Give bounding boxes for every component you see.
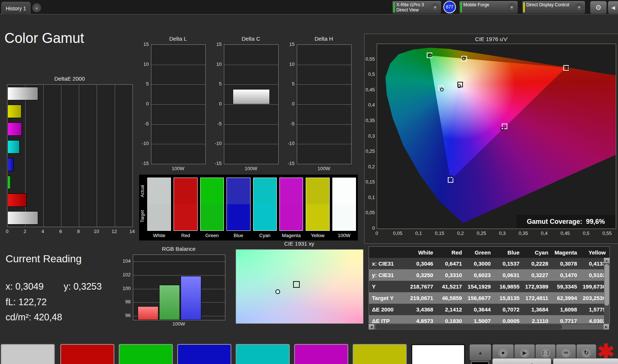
cyan-measured-marker [440,88,444,91]
x-tick-label: 0,15 [435,230,444,236]
delta-l-plot-area [151,44,206,164]
actual-swatch [306,178,329,204]
back-button[interactable]: « Back [492,358,551,364]
table-cell: 0,3310 [437,272,466,278]
table-header-row: WhiteRedGreenBlueCyanMagentaYellow [369,247,609,258]
swatch-body [332,178,356,231]
y-tick-label: -5 [284,121,295,127]
tab-history-1[interactable]: History 1 [1,2,30,14]
row-label: ΔE 2000 [369,306,408,313]
patch-button-white[interactable] [1,344,55,364]
add-tab-button[interactable]: + [32,3,41,13]
gridline [297,124,351,125]
table-cell: 16,9855 [494,283,523,290]
measure-icon: [↔] [543,351,549,355]
horizontal-scroll-thumb[interactable] [375,324,562,329]
patch-button-white-active[interactable] [411,344,465,364]
table-cell: 0,7717 [552,318,581,324]
table-cell: 0,3046 [408,260,437,267]
gridline [224,84,278,85]
swatch-red: Red [174,178,197,238]
x-tick-label: 12 [111,229,117,234]
swatch-label: White [147,233,171,238]
x-axis-label: 100W [151,166,205,171]
swatch-label: Red [174,233,197,238]
pattern-source-dropdown[interactable]: Mobile Forge ▼ [459,1,518,14]
table-cell: 0,7072 [494,306,523,313]
patch-button-cyan[interactable] [236,344,290,364]
y-tick-label: 0,1 [365,195,375,200]
x-tick-label: 10 [94,229,99,234]
y-tick-label: 10 [138,61,149,67]
chart-title: DeltaE 2000 [7,75,132,82]
table-cell: 1,5007 [466,318,494,324]
table-cell: 154,1929 [466,283,494,290]
gridline [151,84,205,85]
next-button[interactable]: Next » [553,358,618,364]
gridline [79,85,79,227]
chart-title: RGB Balance [133,246,225,252]
swatch-yellow: Yellow [306,178,329,238]
patch-button-green[interactable] [119,344,173,364]
x-tick-label: 14 [130,229,135,234]
white-measured-marker [275,289,280,294]
gamut-coverage-label: Gamut Coverage: [527,218,582,226]
collapse-panel-button[interactable]: ◀ [608,1,618,14]
swatch-100w: 100W [332,178,356,238]
patch-button-blue[interactable] [177,344,231,364]
white-target-marker [293,281,300,288]
y-tick-label: 0,05 [365,210,375,215]
y-tick-label: 96 [120,313,131,318]
play-icon: ▶ [523,350,527,355]
table-row: x: CIE310,30460,64710,30000,15370,22280,… [369,258,609,269]
actual-target-swatch-panel: Actual Target WhiteRedGreenBlueCyanMagen… [139,175,358,240]
measurement-table: WhiteRedGreenBlueCyanMagentaYellowx: CIE… [369,246,610,324]
gamut-coverage-readout: Gamut Coverage: 99,6% [516,215,615,228]
meter-dropdown[interactable]: X-Rite i1Pro 3 Direct View ▼ [392,1,441,14]
delta-h-chart: Delta H 100W 151050-5-10-15 [284,36,352,176]
x-axis-label: 100W [297,166,351,171]
y-tick-label: 10 [284,61,295,67]
target-swatch [306,204,329,230]
meter-mode: Direct View [396,7,429,13]
gridline [151,104,205,105]
cie1931-plot-area [236,249,363,324]
row-label: y: CIE31 [369,272,408,278]
blue-measured-marker [450,175,453,179]
patch-button-magenta[interactable] [294,344,348,364]
scroll-left-arrow-icon[interactable]: ◀ [369,324,374,330]
column-header: Cyan [523,249,552,256]
x-tick-label: 0,25 [477,230,486,236]
patch-list-up-button[interactable]: ▲ [469,344,491,361]
table-cell: 15,8135 [494,295,523,301]
vertical-scroll-thumb[interactable] [604,264,609,306]
x-tick-label: 2 [24,229,26,234]
deltae-bar-green [7,176,11,189]
display-control-dropdown[interactable]: Direct Display Control ▼ [522,1,585,14]
x-tick-label: 0 [375,230,378,236]
table-cell: 4,8573 [408,318,437,324]
actual-swatch [148,178,171,204]
table-horizontal-scrollbar[interactable]: ◀ ▶ [369,324,609,330]
column-header: Yellow [581,249,609,256]
scroll-right-arrow-icon[interactable]: ▶ [604,324,609,330]
y-tick-label: 15 [284,41,295,47]
x-axis-ticks: 02468101214 [7,229,132,235]
patch-button-yellow[interactable] [353,344,407,364]
calman-color-gamut-page: { "top_bar": { "tab_label": "History 1",… [0,0,618,364]
scroll-up-arrow-icon[interactable]: ▲ [604,258,609,263]
x-axis-label: 100W [133,321,225,327]
y-tick-label: -10 [284,141,295,146]
patch-button-red[interactable] [60,344,114,364]
gridline [297,84,351,85]
chart-title: Delta C [224,36,278,42]
deltae-bar-yellow [7,105,21,118]
pattern-source-label: Mobile Forge [463,2,506,7]
settings-button[interactable]: ⚙ [590,1,607,14]
table-row: Y218,767741,5217154,192916,9855172,93895… [369,281,609,292]
x-tick-label: 0,2 [457,230,464,236]
swatch-body [147,178,171,231]
table-cell: 0,0631 [494,272,523,278]
table-vertical-scrollbar[interactable]: ▲ [604,258,609,323]
gridline [133,275,225,276]
